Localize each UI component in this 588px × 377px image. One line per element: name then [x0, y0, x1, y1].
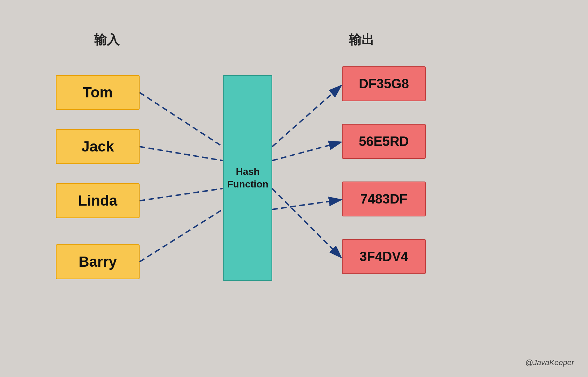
svg-line-5 — [272, 86, 341, 147]
output-box-7483df: 7483DF — [342, 182, 426, 216]
input-box-linda: Linda — [56, 183, 140, 218]
svg-line-4 — [140, 209, 223, 262]
input-box-jack: Jack — [56, 129, 140, 164]
watermark: @JavaKeeper — [525, 358, 574, 367]
output-box-df35g8: DF35G8 — [342, 66, 426, 101]
svg-line-8 — [272, 200, 341, 209]
input-label: 输入 — [94, 31, 119, 49]
output-label: 输出 — [349, 31, 374, 49]
hash-function-label: HashFunction — [227, 165, 268, 191]
output-box-56e5rd: 56E5RD — [342, 124, 426, 159]
output-box-3f4dv4: 3F4DV4 — [342, 239, 426, 274]
hash-function-box: HashFunction — [223, 75, 272, 281]
svg-line-6 — [272, 142, 341, 161]
svg-line-7 — [272, 188, 341, 258]
svg-line-1 — [140, 93, 223, 147]
svg-line-3 — [140, 188, 223, 201]
input-box-barry: Barry — [56, 244, 140, 279]
diagram-container: 输入 输出 Tom Jack Linda Barry HashFunction … — [0, 0, 588, 377]
svg-line-2 — [140, 147, 223, 161]
input-box-tom: Tom — [56, 75, 140, 110]
